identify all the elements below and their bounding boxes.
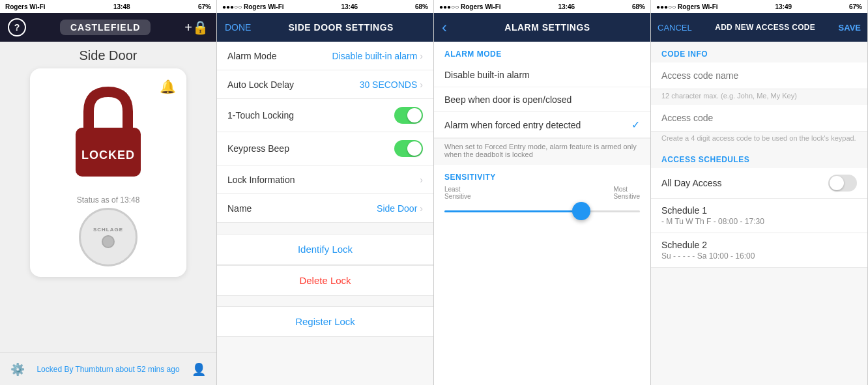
name-hint: 12 character max. (e.g. John, Me, My Key… bbox=[651, 89, 867, 105]
schedule-2-label: Schedule 2 bbox=[661, 240, 755, 250]
carrier-4: ●●●○○ Rogers Wi-Fi bbox=[656, 3, 718, 10]
add-code-content: CODE INFO 12 character max. (e.g. John, … bbox=[651, 42, 867, 385]
schedule-2-row[interactable]: Schedule 2 Su - - - - - Sa 10:00 - 16:00 bbox=[651, 233, 867, 268]
all-day-access-row[interactable]: All Day Access bbox=[651, 168, 867, 199]
users-icon[interactable]: 👤 bbox=[192, 362, 206, 377]
alarm-note: When set to Forced Entry mode, alarm fea… bbox=[434, 138, 650, 165]
alarm-mode-label: Alarm Mode bbox=[227, 51, 276, 61]
home-title[interactable]: CASTLEFIELD bbox=[60, 20, 151, 35]
register-lock-button[interactable]: Register Lock bbox=[217, 306, 433, 337]
lock-information-row[interactable]: Lock Information › bbox=[217, 165, 433, 194]
settings-title: SIDE DOOR SETTINGS bbox=[256, 22, 426, 33]
code-hint: Create a 4 digit access code to be used … bbox=[651, 132, 867, 147]
time-2: 13:46 bbox=[341, 3, 358, 10]
least-sensitive-label: LeastSensitive bbox=[444, 186, 471, 200]
schedule-1-row[interactable]: Schedule 1 - M Tu W Th F - 08:00 - 17:30 bbox=[651, 199, 867, 233]
panel-side-door-settings: ●●●○○ Rogers Wi-Fi 13:46 68% DONE SIDE D… bbox=[217, 0, 434, 385]
schedule-2-info: Schedule 2 Su - - - - - Sa 10:00 - 16:00 bbox=[661, 240, 755, 261]
settings-icon[interactable]: ⚙️ bbox=[10, 362, 25, 377]
time-4: 13:49 bbox=[775, 3, 792, 10]
schedule-1-label: Schedule 1 bbox=[661, 205, 764, 216]
alarm-mode-value: Disable built-in alarm › bbox=[332, 51, 423, 61]
name-value: Side Door › bbox=[377, 203, 423, 214]
keypress-label: Keypress Beep bbox=[227, 143, 289, 154]
forced-alarm-check: ✓ bbox=[631, 119, 640, 131]
auto-lock-delay-row[interactable]: Auto Lock Delay 30 SECONDS › bbox=[217, 70, 433, 99]
done-button[interactable]: DONE bbox=[225, 22, 251, 33]
beep-alarm-label: Beep when door is open/closed bbox=[444, 94, 571, 105]
one-touch-toggle[interactable] bbox=[394, 107, 423, 124]
name-row[interactable]: Name Side Door › bbox=[217, 194, 433, 223]
alarm-mode-header: ALARM MODE bbox=[434, 42, 650, 63]
alarm-mode-chevron: › bbox=[420, 51, 423, 61]
nav-bar-4: CANCEL ADD NEW ACCESS CODE SAVE bbox=[651, 13, 867, 42]
panel-main: Rogers Wi-Fi 13:48 67% ? CASTLEFIELD +🔒 … bbox=[0, 0, 217, 385]
add-code-title: ADD NEW ACCESS CODE bbox=[695, 23, 836, 32]
nav-bar-3: ‹ ALARM SETTINGS bbox=[434, 13, 650, 42]
alarm-settings-title: ALARM SETTINGS bbox=[452, 22, 643, 33]
keypad-dot bbox=[102, 235, 115, 248]
alarm-option-beep[interactable]: Beep when door is open/closed bbox=[434, 87, 650, 112]
main-content: Side Door 🔔 LOCKED Status as of 13:48 SC… bbox=[0, 42, 216, 352]
disable-alarm-label: Disable built-in alarm bbox=[444, 70, 530, 80]
forced-alarm-label: Alarm when forced entry detected bbox=[444, 120, 581, 130]
auto-lock-label: Auto Lock Delay bbox=[227, 79, 294, 90]
sensitivity-slider[interactable] bbox=[444, 201, 640, 221]
slider-fill bbox=[444, 210, 581, 212]
auto-lock-chevron: › bbox=[420, 79, 423, 90]
carrier-2: ●●●○○ Rogers Wi-Fi bbox=[222, 3, 284, 10]
alarm-option-disable[interactable]: Disable built-in alarm bbox=[434, 63, 650, 87]
back-button-3[interactable]: ‹ bbox=[442, 18, 447, 36]
battery-3: 68% bbox=[632, 3, 645, 10]
keypress-toggle[interactable] bbox=[394, 140, 423, 157]
lock-svg: LOCKED bbox=[66, 82, 151, 186]
sensitivity-section: SENSITIVITY LeastSensitive MostSensitive bbox=[434, 165, 650, 229]
access-code-input[interactable] bbox=[651, 105, 867, 131]
delete-lock-button[interactable]: Delete Lock bbox=[217, 265, 433, 296]
code-info-header: CODE INFO bbox=[651, 42, 867, 63]
identify-lock-button[interactable]: Identify Lock bbox=[217, 234, 433, 264]
one-touch-locking-row[interactable]: 1-Touch Locking bbox=[217, 99, 433, 132]
lock-card[interactable]: 🔔 LOCKED Status as of 13:48 SCHLAGE bbox=[30, 68, 186, 277]
cancel-button[interactable]: CANCEL bbox=[658, 23, 692, 33]
nav-bar-1: ? CASTLEFIELD +🔒 bbox=[0, 13, 216, 42]
battery-1: 67% bbox=[198, 3, 211, 10]
status-bar-3: ●●●○○ Rogers Wi-Fi 13:46 68% bbox=[434, 0, 650, 13]
bell-icon[interactable]: 🔔 bbox=[160, 79, 176, 94]
lock-info-label: Lock Information bbox=[227, 175, 295, 185]
all-day-toggle[interactable] bbox=[828, 175, 857, 192]
bottom-bar-1: ⚙️ Locked By Thumbturn about 52 mins ago… bbox=[0, 352, 216, 385]
time-1: 13:48 bbox=[113, 3, 130, 10]
content-bottom-space bbox=[651, 268, 867, 333]
most-sensitive-label: MostSensitive bbox=[613, 186, 640, 200]
keypress-beep-row[interactable]: Keypress Beep bbox=[217, 132, 433, 165]
panel-alarm-settings: ●●●○○ Rogers Wi-Fi 13:46 68% ‹ ALARM SET… bbox=[434, 0, 651, 385]
schedules-header: ACCESS SCHEDULES bbox=[651, 147, 867, 168]
slider-thumb[interactable] bbox=[572, 202, 590, 220]
battery-2: 68% bbox=[415, 3, 428, 10]
one-touch-label: 1-Touch Locking bbox=[227, 110, 294, 121]
save-button[interactable]: SAVE bbox=[839, 23, 861, 33]
sensitivity-header: SENSITIVITY bbox=[444, 173, 640, 182]
lock-info-chevron: › bbox=[420, 175, 423, 185]
help-icon[interactable]: ? bbox=[8, 18, 26, 36]
alarm-mode-row[interactable]: Alarm Mode Disable built-in alarm › bbox=[217, 42, 433, 70]
lock-graphic: LOCKED bbox=[59, 79, 157, 190]
schedule-1-info: Schedule 1 - M Tu W Th F - 08:00 - 17:30 bbox=[661, 205, 764, 226]
keypad-circle[interactable]: SCHLAGE bbox=[79, 208, 137, 266]
door-label: Side Door bbox=[80, 48, 137, 63]
nav-bar-2: DONE SIDE DOOR SETTINGS bbox=[217, 13, 433, 42]
name-label: Name bbox=[227, 203, 252, 214]
add-lock-icon[interactable]: +🔒 bbox=[184, 20, 209, 35]
access-code-name-input[interactable] bbox=[651, 63, 867, 89]
alarm-option-forced[interactable]: Alarm when forced entry detected ✓ bbox=[434, 112, 650, 138]
status-bar-2: ●●●○○ Rogers Wi-Fi 13:46 68% bbox=[217, 0, 433, 13]
carrier-3: ●●●○○ Rogers Wi-Fi bbox=[439, 3, 501, 10]
settings-list: Alarm Mode Disable built-in alarm › Auto… bbox=[217, 42, 433, 385]
svg-text:LOCKED: LOCKED bbox=[81, 149, 135, 162]
lock-status-text: Status as of 13:48 bbox=[77, 195, 140, 205]
status-bar-1: Rogers Wi-Fi 13:48 67% bbox=[0, 0, 216, 13]
lock-status-info: Locked By Thumbturn about 52 mins ago bbox=[36, 365, 179, 374]
all-day-label: All Day Access bbox=[661, 178, 722, 188]
lock-status-label: Locked By Thumbturn about 52 mins ago bbox=[36, 365, 179, 374]
